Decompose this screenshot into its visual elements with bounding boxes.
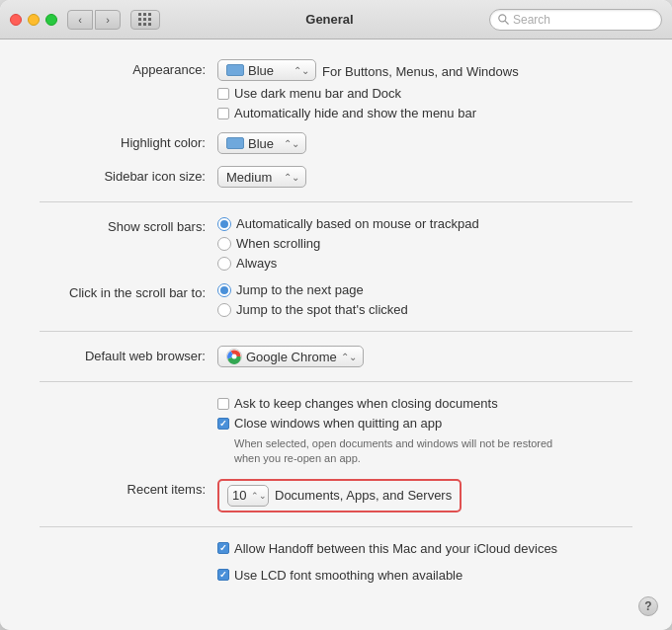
dark-menu-bar-label: Use dark menu bar and Dock	[234, 86, 401, 101]
search-input[interactable]	[513, 13, 653, 27]
sidebar-icon-size-row: Sidebar icon size: Medium ⌃⌄	[40, 166, 632, 188]
allow-handoff-row: Allow Handoff between this Mac and your …	[40, 541, 632, 556]
scroll-always-label: Always	[236, 256, 277, 271]
recent-items-stepper[interactable]: 10 ⌃⌄	[227, 485, 269, 507]
search-icon	[498, 14, 509, 25]
ask-keep-changes-checkbox-row: Ask to keep changes when closing documen…	[217, 396, 632, 411]
svg-line-1	[505, 21, 508, 24]
appearance-dropdown-value: Blue	[248, 63, 274, 78]
scroll-when-scrolling-radio[interactable]	[217, 237, 231, 251]
auto-hide-menu-row: Automatically hide and show the menu bar	[217, 106, 632, 120]
ask-keep-changes-row: Ask to keep changes when closing documen…	[40, 396, 632, 467]
highlight-dropdown-arrow: ⌃⌄	[284, 138, 299, 149]
search-box[interactable]	[489, 9, 662, 31]
lcd-font-checkbox[interactable]	[217, 569, 229, 581]
close-windows-note: When selected, open documents and window…	[234, 436, 590, 467]
close-windows-label: Close windows when quitting an app	[234, 416, 442, 431]
allow-handoff-checkbox-row: Allow Handoff between this Mac and your …	[217, 541, 632, 556]
grid-view-button[interactable]	[130, 10, 160, 30]
lcd-font-checkbox-row: Use LCD font smoothing when available	[217, 568, 632, 583]
chrome-icon	[226, 349, 242, 364]
jump-spot-clicked-row: Jump to the spot that's clicked	[217, 302, 632, 317]
auto-hide-menu-label: Automatically hide and show the menu bar	[234, 106, 476, 120]
recent-items-box: 10 ⌃⌄ Documents, Apps, and Servers	[217, 479, 462, 512]
appearance-dropdown-arrow: ⌃⌄	[294, 65, 309, 76]
default-browser-dropdown[interactable]: Google Chrome ⌃⌄	[217, 346, 364, 367]
appearance-row: Appearance: Blue ⌃⌄ For Buttons, Menus, …	[40, 59, 632, 120]
appearance-helper: For Buttons, Menus, and Windows	[322, 61, 519, 79]
jump-next-page-radio[interactable]	[217, 283, 231, 297]
back-button[interactable]: ‹	[67, 10, 93, 30]
highlight-color-dropdown[interactable]: Blue ⌃⌄	[217, 132, 306, 154]
ask-keep-changes-checkbox[interactable]	[217, 398, 229, 410]
highlight-swatch	[226, 137, 244, 149]
appearance-label: Appearance:	[40, 59, 217, 77]
jump-next-page-row: Jump to the next page	[217, 282, 632, 297]
lcd-font-label: Use LCD font smoothing when available	[234, 568, 462, 583]
help-button[interactable]: ?	[638, 596, 658, 616]
divider-1	[40, 201, 632, 202]
jump-spot-clicked-label: Jump to the spot that's clicked	[236, 302, 408, 317]
default-browser-value: Google Chrome	[246, 350, 337, 364]
click-scroll-bar-controls: Jump to the next page Jump to the spot t…	[217, 282, 632, 317]
close-windows-checkbox-row: Close windows when quitting an app	[217, 416, 632, 431]
recent-items-description: Documents, Apps, and Servers	[275, 488, 452, 503]
content-area: Appearance: Blue ⌃⌄ For Buttons, Menus, …	[0, 39, 672, 630]
allow-handoff-label: Allow Handoff between this Mac and your …	[234, 541, 557, 556]
recent-items-value: 10	[232, 488, 246, 503]
lcd-font-row: Use LCD font smoothing when available	[40, 568, 632, 583]
scroll-when-scrolling-row: When scrolling	[217, 236, 632, 251]
sidebar-icon-size-value: Medium	[226, 170, 272, 185]
scroll-auto-radio[interactable]	[217, 217, 231, 231]
window-title: General	[170, 12, 489, 27]
scroll-always-radio[interactable]	[217, 257, 231, 271]
recent-items-controls: 10 ⌃⌄ Documents, Apps, and Servers	[217, 479, 632, 512]
highlight-color-label: Highlight color:	[40, 132, 217, 150]
maximize-button[interactable]	[45, 14, 57, 26]
allow-handoff-label-empty	[40, 541, 217, 544]
jump-spot-clicked-radio[interactable]	[217, 303, 231, 317]
show-scroll-bars-label: Show scroll bars:	[40, 216, 217, 234]
ask-keep-changes-controls: Ask to keep changes when closing documen…	[217, 396, 632, 467]
scroll-always-row: Always	[217, 256, 632, 271]
default-browser-row: Default web browser: Google Chrome ⌃⌄	[40, 346, 632, 367]
ask-keep-changes-label: Ask to keep changes when closing documen…	[234, 396, 498, 411]
click-scroll-bar-label: Click in the scroll bar to:	[40, 282, 217, 300]
allow-handoff-checkbox[interactable]	[217, 542, 229, 554]
dark-menu-bar-row: Use dark menu bar and Dock	[217, 86, 632, 101]
default-browser-controls: Google Chrome ⌃⌄	[217, 346, 632, 367]
sidebar-size-dropdown-arrow: ⌃⌄	[284, 172, 299, 183]
recent-items-row: Recent items: 10 ⌃⌄ Documents, Apps, and…	[40, 479, 632, 512]
sidebar-icon-size-controls: Medium ⌃⌄	[217, 166, 632, 188]
appearance-dropdown[interactable]: Blue ⌃⌄	[217, 59, 316, 81]
titlebar: ‹ › General	[0, 0, 672, 39]
jump-next-page-label: Jump to the next page	[236, 282, 364, 297]
appearance-controls: Blue ⌃⌄ For Buttons, Menus, and Windows …	[217, 59, 632, 120]
scroll-auto-row: Automatically based on mouse or trackpad	[217, 216, 632, 231]
minimize-button[interactable]	[28, 14, 40, 26]
stepper-arrows: ⌃⌄	[251, 491, 267, 501]
highlight-color-row: Highlight color: Blue ⌃⌄	[40, 132, 632, 154]
divider-3	[40, 381, 632, 382]
forward-button[interactable]: ›	[95, 10, 121, 30]
lcd-font-label-empty	[40, 568, 217, 571]
close-windows-checkbox[interactable]	[217, 418, 229, 430]
divider-2	[40, 331, 632, 332]
recent-items-label: Recent items:	[40, 479, 217, 497]
grid-icon	[138, 13, 152, 27]
sidebar-icon-size-label: Sidebar icon size:	[40, 166, 217, 184]
scroll-when-scrolling-label: When scrolling	[236, 236, 320, 251]
show-scroll-bars-row: Show scroll bars: Automatically based on…	[40, 216, 632, 271]
nav-buttons: ‹ ›	[67, 10, 121, 30]
close-button[interactable]	[10, 14, 22, 26]
sidebar-icon-size-dropdown[interactable]: Medium ⌃⌄	[217, 166, 306, 188]
dark-menu-bar-checkbox[interactable]	[217, 88, 229, 100]
lcd-font-controls: Use LCD font smoothing when available	[217, 568, 632, 583]
scroll-auto-label: Automatically based on mouse or trackpad	[236, 216, 479, 231]
browser-dropdown-arrow: ⌃⌄	[341, 352, 357, 362]
show-scroll-bars-controls: Automatically based on mouse or trackpad…	[217, 216, 632, 271]
auto-hide-menu-checkbox[interactable]	[217, 108, 229, 119]
default-browser-label: Default web browser:	[40, 346, 217, 363]
traffic-lights	[10, 14, 57, 26]
blue-swatch	[226, 64, 244, 76]
